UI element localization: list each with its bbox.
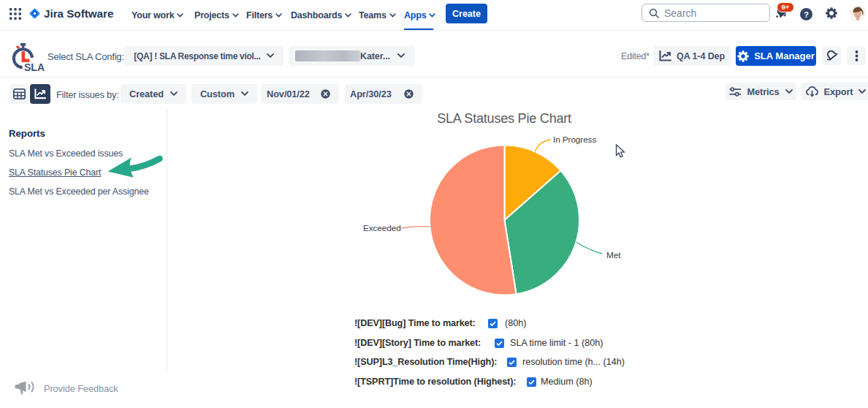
svg-text:SLA: SLA	[24, 61, 45, 73]
